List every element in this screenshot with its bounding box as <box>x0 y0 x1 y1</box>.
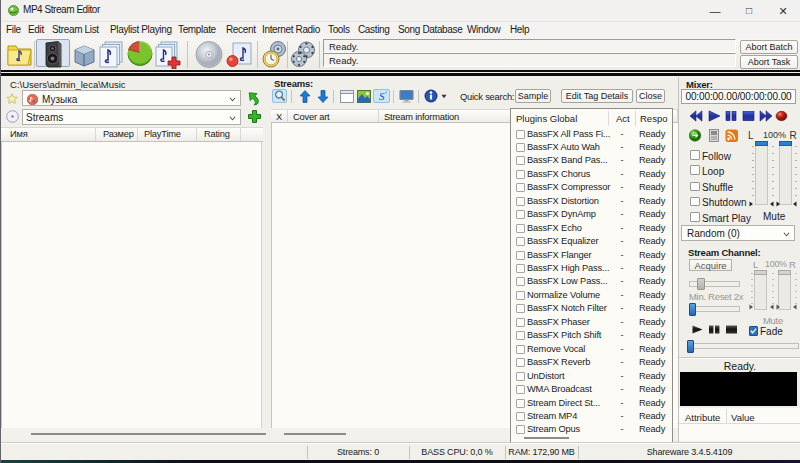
svg-text:S: S <box>379 90 385 102</box>
